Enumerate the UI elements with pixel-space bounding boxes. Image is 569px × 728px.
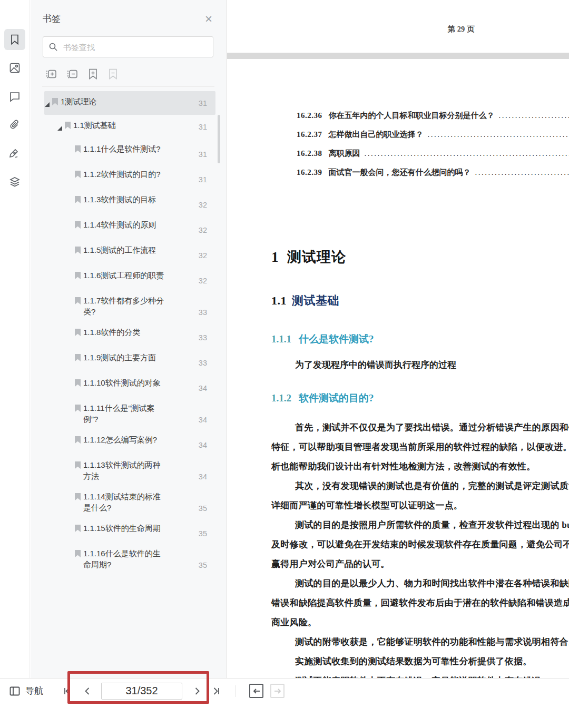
bookmark-tree-item[interactable]: 1.1.16什么是软件的生命周期?35 xyxy=(44,543,215,575)
bookmark-tree-item[interactable]: 1.1.15软件的生命周期35 xyxy=(44,518,215,543)
bookmark-page-number: 33 xyxy=(199,358,207,369)
paragraph-line: 测试不能表明软件中不存在错误，它只能说明软件中存在错误。 xyxy=(271,671,569,678)
bookmark-ribbon-icon xyxy=(74,246,83,257)
paragraph-line: 测试的目的是按照用户所需软件的质量，检查开发软件过程出现的 bug, 便 xyxy=(271,515,569,535)
bookmark-page-number: 31 xyxy=(199,121,207,132)
bookmark-tree-item[interactable]: 1.1.11什么是“测试案例”?34 xyxy=(44,398,215,429)
bookmark-ribbon-icon xyxy=(74,549,83,560)
bookmark-ribbon-icon xyxy=(74,404,83,415)
bookmark-label: 1.1.2软件测试的目的? xyxy=(83,169,161,180)
sidebar-rail xyxy=(0,0,30,678)
panel-scrollbar-thumb[interactable] xyxy=(218,115,220,163)
remove-bookmark-icon[interactable] xyxy=(107,68,119,80)
bookmark-ribbon-icon xyxy=(74,379,83,390)
subsection-heading-2: 1.1.2软件测试的目的? xyxy=(271,391,569,405)
paragraph-line: 详细而严谨的可靠性增长模型可以证明这一点。 xyxy=(271,496,569,515)
history-forward-icon[interactable] xyxy=(270,684,284,698)
bookmark-label: 1.1.14测试结束的标准是什么? xyxy=(83,491,164,513)
bookmark-ribbon-icon xyxy=(74,436,83,447)
comment-icon[interactable] xyxy=(4,86,25,107)
toc-entry-title: 面试官一般会问，您还有什么想问的吗？ xyxy=(329,168,471,178)
bookmark-tree-item[interactable]: 1测试理论31 xyxy=(44,91,215,115)
bookmark-search-input[interactable] xyxy=(62,42,208,52)
subsection-title: 软件测试的目的? xyxy=(299,392,374,404)
bookmark-page-number: 31 xyxy=(199,97,207,109)
pdf-reader-app: 书签 × 1测试理论311.1测试基础311.1.1什么是软件测试?311.1.… xyxy=(0,0,569,728)
bookmark-page-number: 33 xyxy=(199,332,207,343)
bookmark-tree-item[interactable]: 1.1.10软件测试的对象34 xyxy=(44,372,215,398)
section-number: 1.1 xyxy=(271,294,287,307)
collapse-all-icon[interactable] xyxy=(66,68,79,80)
toc-dot-leader: ........................................… xyxy=(475,168,569,177)
toc-entry-title: 你在五年内的个人目标和职业目标分别是什么？ xyxy=(329,111,495,121)
bookmark-tree-item[interactable]: 1.1.14测试结束的标准是什么?35 xyxy=(44,486,215,518)
section-heading: 1.1测试基础 xyxy=(271,293,569,309)
bookmark-label: 1.1.13软件测试的两种方法 xyxy=(83,459,164,481)
bookmark-tree-item[interactable]: 1.1.6测试工程师的职责32 xyxy=(44,265,215,290)
prev-page-icon[interactable] xyxy=(82,686,93,696)
bookmark-tree-item[interactable]: 1.1.3软件测试的目标32 xyxy=(44,189,215,214)
history-back-icon[interactable] xyxy=(249,684,263,698)
toc-dot-leader: ........................................… xyxy=(499,111,569,120)
bottom-navigation-bar: 导航 xyxy=(0,678,569,703)
chapter-heading: 1 测试理论 xyxy=(271,248,569,267)
bookmark-tree-item[interactable]: 1.1.12怎么编写案例?34 xyxy=(44,429,215,455)
image-icon[interactable] xyxy=(4,57,25,78)
toc-entry: 16.2.38离职原因.............................… xyxy=(297,149,569,168)
subsection-body: 为了发现程序中的错误而执行程序的过程 xyxy=(295,359,569,371)
bookmark-label: 1.1.6测试工程师的职责 xyxy=(83,270,164,281)
close-icon[interactable]: × xyxy=(205,14,212,24)
bookmark-tree-item[interactable]: 1.1.8软件的分类33 xyxy=(44,322,215,347)
bookmark-icon[interactable] xyxy=(4,29,25,50)
bookmarks-panel-header: 书签 × xyxy=(31,0,226,25)
toc-entry-number: 16.2.36 xyxy=(297,111,322,120)
document-viewer[interactable]: 第 29 页 16.2.36你在五年内的个人目标和职业目标分别是什么？.....… xyxy=(227,0,569,678)
signature-icon[interactable] xyxy=(4,143,25,164)
expand-all-icon[interactable] xyxy=(45,68,57,80)
bookmark-label: 1.1.15软件的生命周期 xyxy=(83,523,161,534)
caret-expanded-icon[interactable] xyxy=(57,123,64,134)
attachment-icon[interactable] xyxy=(4,114,25,135)
section-title: 测试基础 xyxy=(292,294,339,307)
paragraph-line: 首先，测试并不仅仅是为了要找出错误。通过分析错误产生的原因和错误的 xyxy=(271,418,569,437)
bookmark-label: 1.1.12怎么编写案例? xyxy=(83,434,157,445)
last-page-icon[interactable] xyxy=(211,686,221,696)
toc-dot-leader: ........................................… xyxy=(365,149,569,158)
subsection-title: 什么是软件测试? xyxy=(299,333,374,345)
subsection-heading-1: 1.1.1什么是软件测试? xyxy=(271,332,569,346)
bookmark-ribbon-icon xyxy=(64,121,73,132)
toc-entry-title: 离职原因 xyxy=(329,149,360,159)
bookmark-tree-item[interactable]: 1.1.1什么是软件测试?31 xyxy=(44,139,215,164)
bookmark-tree-item[interactable]: 1.1测试基础31 xyxy=(44,115,215,139)
bookmark-tree-item[interactable]: 1.1.2软件测试的目的?31 xyxy=(44,164,215,189)
bookmark-label: 1.1测试基础 xyxy=(73,120,116,131)
add-bookmark-icon[interactable] xyxy=(87,68,99,80)
first-page-icon[interactable] xyxy=(62,686,73,696)
bookmark-label: 1.1.9测试的主要方面 xyxy=(83,352,156,363)
bookmark-label: 1.1.16什么是软件的生命周期? xyxy=(83,548,164,570)
caret-expanded-icon[interactable] xyxy=(44,99,52,110)
next-page-icon[interactable] xyxy=(192,686,202,696)
bookmark-tree: 1测试理论311.1测试基础311.1.1什么是软件测试?311.1.2软件测试… xyxy=(31,87,226,575)
bookmark-tree-item[interactable]: 1.1.4软件测试的原则32 xyxy=(44,214,215,240)
paragraph-line: 特征，可以帮助项目管理者发现当前所采用的软件过程的缺陷，以便改进。同时 xyxy=(271,437,569,457)
paragraph-line: 其次，没有发现错误的测试也是有价值的，完整的测试是评定测试质量的一 xyxy=(271,476,569,496)
bookmark-label: 1.1.11什么是“测试案例”? xyxy=(83,402,164,425)
layers-icon[interactable] xyxy=(4,171,25,192)
navigation-panel-toggle[interactable]: 导航 xyxy=(9,685,43,697)
page-separator xyxy=(227,53,569,59)
bookmark-tree-item[interactable]: 1.1.13软件测试的两种方法34 xyxy=(44,455,215,486)
toc-entry-title: 怎样做出自己的职业选择？ xyxy=(329,130,424,140)
bookmark-ribbon-icon xyxy=(74,145,83,156)
bookmark-ribbon-icon xyxy=(74,297,83,308)
bookmark-ribbon-icon xyxy=(52,97,61,109)
bookmark-page-number: 34 xyxy=(199,471,207,483)
bookmark-page-number: 34 xyxy=(199,440,207,451)
bookmark-search[interactable] xyxy=(43,36,213,57)
page-number-input[interactable] xyxy=(101,683,182,700)
bookmark-page-number: 35 xyxy=(199,503,207,514)
bookmark-tree-item[interactable]: 1.1.5测试的工作流程32 xyxy=(44,240,215,265)
bookmark-tree-item[interactable]: 1.1.9测试的主要方面33 xyxy=(44,347,215,372)
bookmark-tree-item[interactable]: 1.1.7软件都有多少种分类?33 xyxy=(44,290,215,322)
toc-entry-number: 16.2.39 xyxy=(297,168,322,177)
